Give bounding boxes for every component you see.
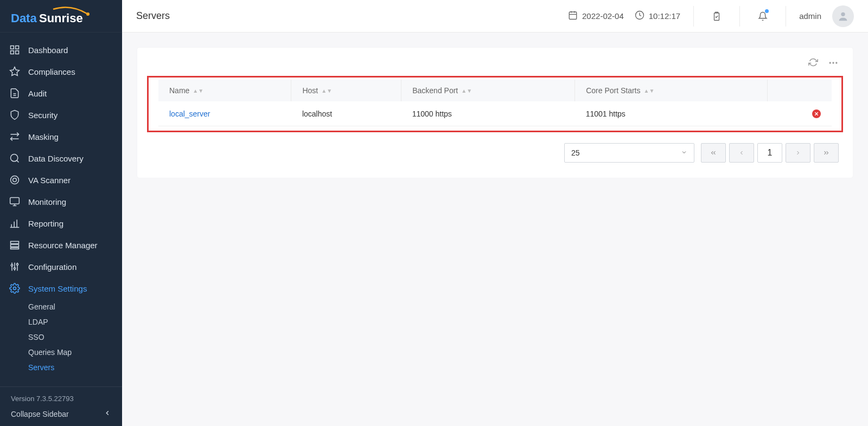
- svg-rect-25: [11, 248, 19, 249]
- chevrons-left-icon: [710, 149, 717, 157]
- sidebar-item-security[interactable]: Security: [0, 104, 122, 126]
- sidebar-item-configuration[interactable]: Configuration: [0, 256, 122, 277]
- notifications-button[interactable]: [753, 7, 773, 26]
- collapse-label: Collapse Sidebar: [11, 410, 69, 418]
- sidebar-item-label: Dashboard: [28, 46, 68, 55]
- sidebar-item-masking[interactable]: Masking: [0, 126, 122, 147]
- svg-rect-3: [11, 46, 14, 49]
- clipboard-button[interactable]: [707, 7, 726, 26]
- cell-backend-port: 11000 https: [401, 101, 575, 126]
- sidebar: Data Sunrise Dashboard Compliances Audit…: [0, 0, 122, 426]
- page-number-button[interactable]: 1: [757, 143, 782, 163]
- subnav-ldap[interactable]: LDAP: [28, 314, 122, 330]
- sidebar-item-va-scanner[interactable]: VA Scanner: [0, 169, 122, 191]
- sidebar-item-label: VA Scanner: [28, 176, 71, 185]
- more-horizontal-icon: [828, 57, 839, 68]
- sidebar-item-audit[interactable]: Audit: [0, 82, 122, 104]
- svg-rect-4: [16, 46, 19, 49]
- separator: [693, 6, 694, 27]
- clock-icon: [635, 10, 644, 22]
- close-icon: [814, 112, 819, 116]
- last-page-button[interactable]: [814, 143, 839, 163]
- sidebar-item-compliances[interactable]: Compliances: [0, 61, 122, 82]
- sidebar-item-monitoring[interactable]: Monitoring: [0, 191, 122, 212]
- sidebar-item-label: Data Discovery: [28, 154, 84, 163]
- page-title: Servers: [136, 10, 170, 22]
- avatar-button[interactable]: [832, 5, 854, 27]
- svg-rect-24: [11, 244, 19, 247]
- sidebar-item-label: Reporting: [28, 219, 63, 228]
- time-text: 10:12:17: [649, 11, 680, 21]
- clipboard-icon: [712, 11, 722, 21]
- refresh-icon: [808, 57, 818, 67]
- date-group: 2022-02-04: [568, 10, 624, 22]
- sidebar-item-label: Configuration: [28, 262, 76, 272]
- col-backend-port-header[interactable]: Backend Port▲▼: [401, 80, 575, 101]
- first-page-button[interactable]: [701, 143, 726, 163]
- version-text: Version 7.3.5.22793: [11, 395, 111, 403]
- subnav-servers[interactable]: Servers: [28, 360, 122, 375]
- date-text: 2022-02-04: [582, 11, 624, 21]
- svg-point-42: [835, 62, 837, 63]
- servers-table: Name▲▼ Host▲▼ Backend Port▲▼ Core Port S…: [158, 80, 832, 126]
- system-settings-subnav: General LDAP SSO Queries Map Servers: [0, 299, 122, 375]
- col-host-header[interactable]: Host▲▼: [291, 80, 401, 101]
- sort-icon: ▲▼: [644, 89, 655, 93]
- svg-text:Sunrise: Sunrise: [39, 11, 83, 25]
- separator: [739, 6, 740, 27]
- dashboard-icon: [9, 44, 21, 56]
- svg-rect-16: [10, 198, 20, 204]
- subnav-label: LDAP: [28, 318, 48, 326]
- col-label: Core Port Starts: [586, 86, 640, 95]
- svg-rect-23: [11, 241, 19, 243]
- subnav-label: Servers: [28, 363, 54, 372]
- calendar-icon: [568, 10, 578, 22]
- topbar: Servers 2022-02-04 10:12:17: [122, 0, 868, 33]
- sidebar-item-label: Compliances: [28, 67, 75, 76]
- separator: [786, 6, 786, 27]
- main-area: Servers 2022-02-04 10:12:17: [122, 0, 868, 426]
- collapse-sidebar-button[interactable]: Collapse Sidebar: [11, 409, 111, 418]
- subnav-general[interactable]: General: [28, 299, 122, 314]
- sidebar-item-label: System Settings: [28, 284, 87, 293]
- prev-page-button[interactable]: [729, 143, 754, 163]
- table-row: local_server localhost 11000 https 11001…: [158, 101, 832, 126]
- refresh-button[interactable]: [808, 57, 818, 70]
- chart-icon: [9, 217, 21, 229]
- sidebar-item-data-discovery[interactable]: Data Discovery: [0, 147, 122, 169]
- server-name-link[interactable]: local_server: [169, 109, 210, 118]
- svg-rect-6: [16, 51, 19, 54]
- pager: 1: [701, 143, 839, 163]
- svg-point-14: [11, 176, 19, 184]
- sidebar-item-dashboard[interactable]: Dashboard: [0, 39, 122, 61]
- sidebar-footer: Version 7.3.5.22793 Collapse Sidebar: [0, 386, 122, 426]
- sidebar-item-reporting[interactable]: Reporting: [0, 212, 122, 234]
- cell-core-port: 11001 https: [575, 101, 768, 126]
- svg-point-31: [16, 263, 18, 265]
- content: Name▲▼ Host▲▼ Backend Port▲▼ Core Port S…: [122, 33, 868, 426]
- stack-icon: [9, 239, 21, 251]
- col-name-header[interactable]: Name▲▼: [158, 80, 291, 101]
- chevron-right-icon: [795, 150, 801, 156]
- svg-point-32: [14, 287, 16, 290]
- next-page-button[interactable]: [786, 143, 810, 163]
- page-size-value: 25: [571, 149, 580, 157]
- svg-point-29: [14, 268, 15, 269]
- svg-point-41: [832, 62, 834, 63]
- col-core-port-header[interactable]: Core Port Starts▲▼: [575, 80, 768, 101]
- subnav-queries-map[interactable]: Queries Map: [28, 345, 122, 360]
- chevron-left-icon: [104, 409, 111, 418]
- document-icon: [9, 87, 21, 99]
- col-actions-header: [767, 80, 832, 101]
- swap-icon: [9, 131, 21, 143]
- delete-button[interactable]: [812, 109, 821, 118]
- logo: Data Sunrise: [0, 0, 122, 33]
- more-button[interactable]: [828, 57, 839, 70]
- sidebar-item-label: Resource Manager: [28, 241, 98, 250]
- subnav-label: General: [28, 302, 55, 311]
- sidebar-item-resource-manager[interactable]: Resource Manager: [0, 234, 122, 256]
- page-size-select[interactable]: 25: [564, 143, 694, 163]
- card-actions: [137, 57, 853, 76]
- sidebar-item-system-settings[interactable]: System Settings: [0, 277, 122, 299]
- subnav-sso[interactable]: SSO: [28, 330, 122, 345]
